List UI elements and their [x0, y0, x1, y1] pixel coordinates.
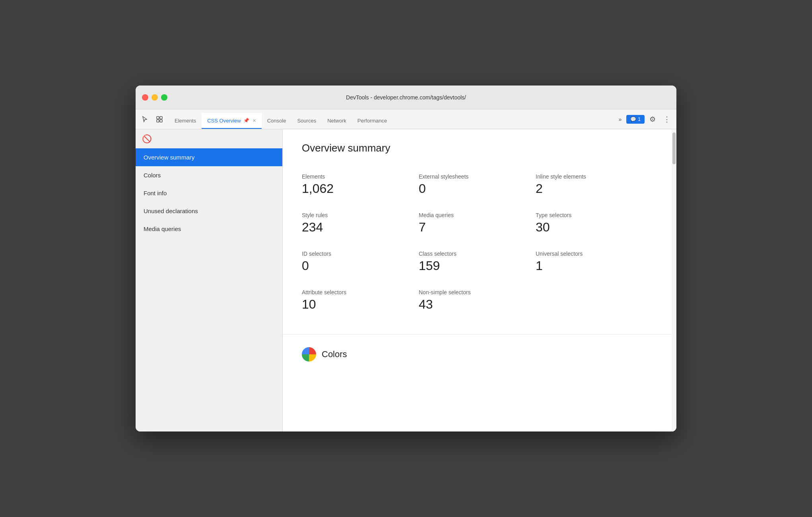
chat-icon: 💬: [630, 117, 636, 122]
more-menu-button[interactable]: ⋮: [660, 113, 673, 126]
svg-rect-3: [160, 120, 162, 122]
colors-icon: [302, 347, 316, 362]
stat-external-stylesheets: External stylesheets 0: [419, 167, 536, 206]
minimize-button[interactable]: [152, 94, 158, 101]
stats-grid-row-2: ID selectors 0 Class selectors 159 Unive…: [302, 244, 653, 283]
notification-count: 1: [638, 117, 641, 122]
inspect-icon[interactable]: [153, 113, 166, 126]
stat-non-simple-selectors: Non-simple selectors 43: [419, 283, 536, 321]
sidebar-item-unused-declarations[interactable]: Unused declarations: [136, 202, 282, 220]
colors-title: Colors: [322, 349, 347, 360]
tabs-list: Elements CSS Overview 📌 ✕ Console Source…: [169, 109, 616, 129]
sidebar-item-media-queries[interactable]: Media queries: [136, 220, 282, 238]
tab-performance[interactable]: Performance: [352, 113, 392, 129]
devtools-window: DevTools - developer.chrome.com/tags/dev…: [136, 86, 676, 431]
stat-media-queries: Media queries 7: [419, 206, 536, 244]
stat-id-selectors: ID selectors 0: [302, 244, 419, 283]
sidebar-item-colors[interactable]: Colors: [136, 166, 282, 184]
stat-style-rules: Style rules 234: [302, 206, 419, 244]
stat-type-selectors: Type selectors 30: [536, 206, 653, 244]
page-title: Overview summary: [302, 142, 653, 154]
title-bar: DevTools - developer.chrome.com/tags/dev…: [136, 86, 676, 109]
block-icon[interactable]: 🚫: [142, 134, 152, 144]
tab-bar: Elements CSS Overview 📌 ✕ Console Source…: [136, 109, 676, 129]
stat-elements: Elements 1,062: [302, 167, 419, 206]
svg-rect-1: [160, 117, 162, 119]
scrollbar-thumb[interactable]: [672, 132, 676, 164]
stat-attribute-selectors: Attribute selectors 10: [302, 283, 419, 321]
stats-grid-row-3: Attribute selectors 10 Non-simple select…: [302, 283, 653, 321]
toolbar-right: » 💬 1 ⚙ ⋮: [616, 113, 673, 129]
toolbar-left: [139, 113, 166, 129]
more-tabs-button[interactable]: »: [616, 115, 625, 124]
pin-icon: 📌: [243, 118, 249, 123]
sidebar-top: 🚫: [136, 129, 282, 148]
overview-summary-section: Overview summary Elements 1,062 External…: [283, 129, 672, 334]
colors-section: Colors: [283, 334, 672, 374]
stats-grid-row-1: Style rules 234 Media queries 7 Type sel…: [302, 206, 653, 244]
settings-button[interactable]: ⚙: [646, 113, 659, 126]
sidebar-item-font-info[interactable]: Font info: [136, 184, 282, 202]
sidebar: 🚫 Overview summary Colors Font info Unus…: [136, 129, 283, 431]
window-title: DevTools - developer.chrome.com/tags/dev…: [346, 94, 466, 101]
close-button[interactable]: [142, 94, 148, 101]
maximize-button[interactable]: [161, 94, 167, 101]
tab-close-icon[interactable]: ✕: [253, 118, 256, 123]
stat-inline-style-elements: Inline style elements 2: [536, 167, 653, 206]
main-content: 🚫 Overview summary Colors Font info Unus…: [136, 129, 676, 431]
svg-rect-0: [157, 117, 159, 119]
more-vert-icon: ⋮: [663, 115, 670, 124]
notification-button[interactable]: 💬 1: [626, 115, 645, 124]
tab-css-overview[interactable]: CSS Overview 📌 ✕: [202, 113, 262, 129]
colors-header: Colors: [302, 347, 653, 362]
tab-network[interactable]: Network: [322, 113, 352, 129]
stats-grid-row-0: Elements 1,062 External stylesheets 0 In…: [302, 167, 653, 206]
stat-universal-selectors: Universal selectors 1: [536, 244, 653, 283]
cursor-icon[interactable]: [139, 113, 152, 126]
main-panel: Overview summary Elements 1,062 External…: [283, 129, 676, 431]
gear-icon: ⚙: [649, 115, 656, 124]
traffic-lights: [142, 94, 167, 101]
sidebar-item-overview-summary[interactable]: Overview summary: [136, 148, 282, 166]
tab-sources[interactable]: Sources: [291, 113, 322, 129]
tab-elements[interactable]: Elements: [169, 113, 202, 129]
stat-placeholder: [536, 283, 653, 321]
scrollbar-track[interactable]: [672, 129, 676, 431]
svg-rect-2: [157, 120, 159, 122]
stat-class-selectors: Class selectors 159: [419, 244, 536, 283]
tab-console[interactable]: Console: [262, 113, 292, 129]
sidebar-nav: Overview summary Colors Font info Unused…: [136, 148, 282, 431]
